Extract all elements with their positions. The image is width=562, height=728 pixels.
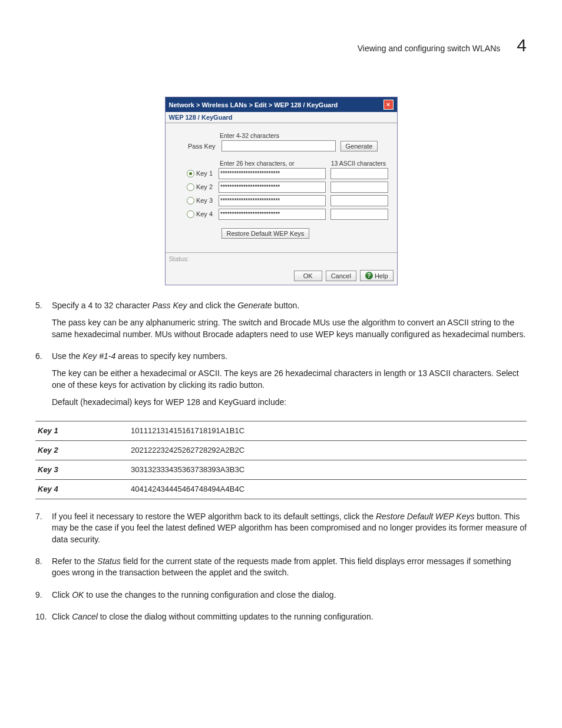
- passkey-input[interactable]: [222, 140, 336, 151]
- step-6: 6. Use the Key #1-4 areas to specify key…: [35, 351, 527, 414]
- help-icon: ?: [365, 272, 373, 279]
- help-label: Help: [375, 272, 388, 279]
- key2-ascii-input[interactable]: [330, 182, 388, 193]
- table-row: Key 3303132333435363738393A3B3C: [35, 460, 527, 480]
- step-5: 5. Specify a 4 to 32 character Pass Key …: [35, 300, 527, 346]
- key1-hex-input[interactable]: [219, 168, 326, 179]
- key3-ascii-input[interactable]: [330, 195, 388, 206]
- table-row: Key 2202122232425262728292A2B2C: [35, 441, 527, 460]
- key3-label: Key 3: [196, 197, 213, 204]
- default-keys-table: Key 1101112131415161718191A1B1C Key 2202…: [35, 421, 527, 499]
- key1-label: Key 1: [196, 170, 213, 177]
- dialog-titlebar: Network > Wireless LANs > Edit > WEP 128…: [166, 97, 397, 112]
- key4-label: Key 4: [196, 210, 213, 218]
- step-8: 8. Refer to the Status field for the cur…: [35, 556, 527, 585]
- page-header: Viewing and configuring switch WLANs 4: [35, 35, 527, 55]
- key1-ascii-input[interactable]: [330, 168, 388, 179]
- key4-hex-input[interactable]: [219, 209, 326, 220]
- ok-button[interactable]: OK: [294, 271, 322, 281]
- close-icon[interactable]: ×: [384, 100, 394, 110]
- key3-hex-input[interactable]: [219, 195, 326, 206]
- breadcrumb: Network > Wireless LANs > Edit > WEP 128…: [169, 101, 384, 108]
- passkey-label: Pass Key: [174, 143, 222, 150]
- step-9: 9. Click OK to use the changes to the ru…: [35, 589, 527, 607]
- generate-button[interactable]: Generate: [340, 141, 378, 151]
- key4-radio[interactable]: [187, 210, 194, 218]
- table-row: Key 1101112131415161718191A1B1C: [35, 421, 527, 441]
- chapter-number: 4: [517, 35, 527, 55]
- restore-button[interactable]: Restore Default WEP Keys: [222, 228, 310, 239]
- wep-dialog: Network > Wireless LANs > Edit > WEP 128…: [165, 97, 398, 285]
- key1-radio[interactable]: [187, 170, 194, 177]
- hex-hint: Enter 26 hex characters, or: [220, 160, 331, 167]
- cancel-button[interactable]: Cancel: [326, 271, 356, 281]
- status-label: Status:: [166, 252, 397, 268]
- key2-hex-input[interactable]: [219, 182, 326, 193]
- key4-ascii-input[interactable]: [330, 209, 388, 220]
- dialog-subtitle: WEP 128 / KeyGuard: [166, 112, 397, 123]
- step-10: 10. Click Cancel to close the dialog wit…: [35, 611, 527, 628]
- key2-label: Key 2: [196, 183, 213, 190]
- help-button[interactable]: ? Help: [360, 270, 394, 281]
- table-row: Key 4404142434445464748494A4B4C: [35, 480, 527, 499]
- key2-radio[interactable]: [187, 183, 194, 191]
- key3-radio[interactable]: [187, 197, 194, 205]
- header-title: Viewing and configuring switch WLANs: [358, 44, 501, 53]
- ascii-hint: 13 ASCII characters: [331, 160, 388, 167]
- passkey-hint: Enter 4-32 characters: [220, 132, 331, 139]
- step-7: 7. If you feel it necessary to restore t…: [35, 511, 527, 551]
